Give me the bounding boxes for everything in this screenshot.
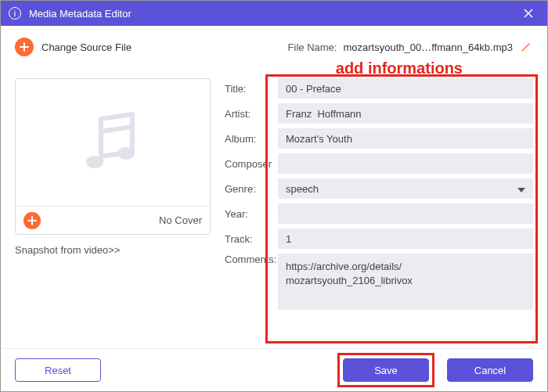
- composer-label: Composer: [225, 158, 278, 170]
- cover-column: No Cover Snapshot from video>>: [15, 74, 211, 340]
- close-button[interactable]: [517, 2, 539, 24]
- window-title: Media Metadata Editor: [29, 8, 132, 20]
- genre-value: speech: [286, 183, 319, 195]
- add-cover-button[interactable]: [23, 212, 41, 229]
- year-label: Year:: [225, 208, 278, 220]
- change-source-link[interactable]: Change Source File: [41, 41, 132, 53]
- edit-filename-button[interactable]: [519, 40, 533, 54]
- metadata-form: Title: Artist: Album: Composer Genre:: [225, 74, 533, 340]
- cover-art-box: No Cover: [15, 78, 211, 235]
- titlebar: i Media Metadata Editor: [1, 1, 547, 26]
- reset-button[interactable]: Reset: [15, 358, 101, 382]
- source-row: Change Source File File Name: mozartsyou…: [15, 38, 533, 56]
- cover-art-placeholder: [16, 79, 210, 206]
- file-name-label: File Name:: [288, 41, 337, 53]
- annotation-box-save: Save: [337, 353, 434, 387]
- track-field[interactable]: [278, 228, 533, 249]
- content-area: Change Source File File Name: mozartsyou…: [1, 26, 547, 348]
- app-window: i Media Metadata Editor Change Source Fi…: [0, 0, 548, 392]
- album-label: Album:: [225, 133, 278, 145]
- album-field[interactable]: [278, 128, 533, 149]
- artist-field[interactable]: [278, 103, 533, 124]
- music-note-icon: [74, 103, 152, 182]
- track-label: Track:: [225, 233, 278, 245]
- comments-field[interactable]: https://archive.org/details/ mozartsyout…: [278, 254, 533, 310]
- svg-point-1: [117, 147, 135, 160]
- title-field[interactable]: [278, 78, 533, 99]
- composer-field[interactable]: [278, 153, 533, 174]
- info-icon: i: [9, 7, 21, 20]
- footer: Reset Save Cancel: [1, 348, 547, 391]
- snapshot-link[interactable]: Snapshot from video>>: [15, 244, 211, 256]
- svg-point-0: [86, 156, 103, 168]
- add-source-button[interactable]: [15, 38, 34, 56]
- comments-label: Comments:: [225, 254, 278, 265]
- artist-label: Artist:: [225, 108, 278, 120]
- genre-label: Genre:: [225, 183, 278, 195]
- genre-select[interactable]: speech: [278, 178, 533, 199]
- cover-footer: No Cover: [16, 206, 210, 234]
- year-field[interactable]: [278, 203, 533, 224]
- title-label: Title:: [225, 83, 278, 95]
- cancel-button[interactable]: Cancel: [447, 358, 533, 382]
- chevron-down-icon: [517, 183, 525, 195]
- save-button[interactable]: Save: [343, 358, 429, 382]
- file-name-value: mozartsyouth_00…ffmann_64kb.mp3: [343, 41, 513, 53]
- no-cover-label: No Cover: [159, 214, 202, 226]
- main-panel: No Cover Snapshot from video>> Title: Ar…: [15, 74, 533, 340]
